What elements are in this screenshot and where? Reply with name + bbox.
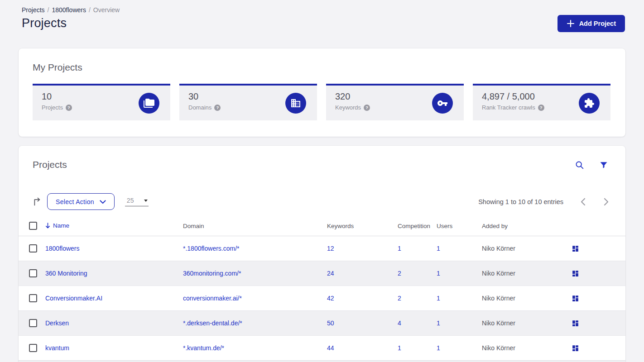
my-projects-card: My Projects 10 Projects ? 30 Domains ? <box>19 48 625 137</box>
stat-label: Domains <box>188 104 211 111</box>
row-checkbox[interactable] <box>29 244 37 252</box>
dropdown-arrow-icon <box>144 200 148 202</box>
project-users-link[interactable]: 1 <box>437 344 440 352</box>
add-project-button[interactable]: Add Project <box>557 15 625 32</box>
project-name-link[interactable]: Derksen <box>45 319 69 327</box>
project-added-by: Niko Körner <box>482 245 572 252</box>
dashboard-icon[interactable] <box>572 245 579 252</box>
project-keywords-link[interactable]: 42 <box>327 295 334 302</box>
stat-label: Projects <box>42 104 63 111</box>
stat-card-domains[interactable]: 30 Domains ? <box>179 84 317 120</box>
help-icon[interactable]: ? <box>364 105 370 111</box>
table-header-row: Name Domain Keywords Competition Users A… <box>19 216 625 236</box>
search-icon[interactable] <box>575 160 585 171</box>
page-size-select[interactable]: 25 <box>125 197 149 206</box>
project-keywords-link[interactable]: 50 <box>327 319 334 327</box>
pagination-prev-icon[interactable] <box>580 198 586 206</box>
filter-icon[interactable] <box>599 160 608 171</box>
showing-entries-text: Showing 1 to 10 of 10 entries <box>478 198 563 205</box>
dashboard-icon[interactable] <box>572 344 579 352</box>
project-added-by: Niko Körner <box>482 270 572 277</box>
page-header: Projects Add Project <box>0 14 644 40</box>
page: Projects/1800flowers/Overview Projects A… <box>0 0 644 362</box>
pagination-next-icon[interactable] <box>603 198 609 206</box>
breadcrumb: Projects/1800flowers/Overview <box>0 0 644 14</box>
stat-card-projects[interactable]: 10 Projects ? <box>33 84 170 120</box>
project-name-link[interactable]: 360 Monitoring <box>45 270 87 277</box>
table-row: kvantum *.kvantum.de/* 44 1 1 Niko Körne… <box>19 336 625 361</box>
dashboard-icon[interactable] <box>572 319 579 327</box>
dashboard-icon[interactable] <box>572 295 579 302</box>
project-competition-link[interactable]: 2 <box>398 270 401 277</box>
project-domain-link[interactable]: *.kvantum.de/* <box>183 344 224 352</box>
table-body: 1800flowers *.1800flowers.com/* 12 1 1 N… <box>19 236 625 361</box>
projects-table: Name Domain Keywords Competition Users A… <box>19 216 625 362</box>
table-toolbar: Select Action 25 Showing 1 to 10 of 10 e… <box>19 193 625 210</box>
stat-label: Keywords <box>335 104 361 111</box>
stat-label: Rank Tracker crawls <box>482 104 535 111</box>
breadcrumb-project-name[interactable]: 1800flowers <box>52 6 86 14</box>
my-projects-title: My Projects <box>33 62 611 73</box>
column-header-competition[interactable]: Competition <box>398 223 437 229</box>
project-keywords-link[interactable]: 24 <box>327 270 334 277</box>
stat-card-rank-tracker-crawls[interactable]: 4,897 / 5,000 Rank Tracker crawls ? <box>473 84 610 120</box>
select-all-checkbox[interactable] <box>29 222 37 230</box>
project-domain-link[interactable]: conversionmaker.ai/* <box>183 295 242 302</box>
project-added-by: Niko Körner <box>482 319 572 327</box>
project-added-by: Niko Körner <box>482 295 572 302</box>
stat-card-keywords[interactable]: 320 Keywords ? <box>326 84 464 120</box>
project-name-link[interactable]: 1800flowers <box>45 245 80 252</box>
projects-panel-head: Projects <box>19 159 625 170</box>
row-checkbox[interactable] <box>29 294 37 302</box>
column-header-users[interactable]: Users <box>437 223 482 229</box>
table-row: 1800flowers *.1800flowers.com/* 12 1 1 N… <box>19 236 625 261</box>
help-icon[interactable]: ? <box>66 105 72 111</box>
select-action-dropdown[interactable]: Select Action <box>47 193 115 210</box>
column-header-added-by[interactable]: Added by <box>482 223 572 229</box>
puzzle-icon <box>579 93 600 114</box>
add-project-label: Add Project <box>579 20 616 27</box>
row-checkbox[interactable] <box>29 344 37 352</box>
table-row: Derksen *.derksen-dental.de/* 50 4 1 Nik… <box>19 311 625 336</box>
column-header-keywords[interactable]: Keywords <box>327 223 398 229</box>
project-keywords-link[interactable]: 12 <box>327 245 334 252</box>
table-row: Conversionmaker.AI conversionmaker.ai/* … <box>19 286 625 311</box>
stats-row: 10 Projects ? 30 Domains ? <box>33 84 611 120</box>
breadcrumb-separator: / <box>48 6 49 14</box>
page-title: Projects <box>22 16 625 30</box>
column-header-domain[interactable]: Domain <box>183 223 327 229</box>
column-header-name[interactable]: Name <box>45 222 69 229</box>
project-keywords-link[interactable]: 44 <box>327 344 334 352</box>
project-competition-link[interactable]: 1 <box>398 344 401 352</box>
project-users-link[interactable]: 1 <box>437 245 440 252</box>
project-domain-link[interactable]: 360monitoring.com/* <box>183 270 241 277</box>
chevron-down-icon <box>100 198 106 205</box>
help-icon[interactable]: ? <box>538 105 544 111</box>
breadcrumb-separator: / <box>89 6 91 14</box>
project-users-link[interactable]: 1 <box>437 319 440 327</box>
project-users-link[interactable]: 1 <box>437 270 440 277</box>
projects-panel: Projects Select Action 25 <box>19 146 625 362</box>
table-row: 360 Monitoring 360monitoring.com/* 24 2 … <box>19 261 625 286</box>
collections-icon <box>139 93 159 114</box>
row-checkbox[interactable] <box>29 319 37 327</box>
breadcrumb-current: Overview <box>93 6 120 14</box>
key-icon <box>432 93 453 114</box>
project-competition-link[interactable]: 4 <box>398 319 401 327</box>
breadcrumb-projects[interactable]: Projects <box>22 6 45 14</box>
project-name-link[interactable]: Conversionmaker.AI <box>45 295 102 302</box>
project-domain-link[interactable]: *.1800flowers.com/* <box>183 245 240 252</box>
export-arrow-icon[interactable] <box>33 197 42 206</box>
project-competition-link[interactable]: 2 <box>398 295 401 302</box>
project-domain-link[interactable]: *.derksen-dental.de/* <box>183 319 242 327</box>
row-checkbox[interactable] <box>29 269 37 277</box>
projects-panel-title: Projects <box>33 159 611 170</box>
project-competition-link[interactable]: 1 <box>398 245 401 252</box>
building-icon <box>285 93 306 114</box>
plus-icon <box>567 19 575 28</box>
dashboard-icon[interactable] <box>572 270 579 277</box>
project-users-link[interactable]: 1 <box>437 295 440 302</box>
help-icon[interactable]: ? <box>214 105 221 111</box>
select-action-label: Select Action <box>56 198 94 205</box>
project-name-link[interactable]: kvantum <box>45 344 69 352</box>
